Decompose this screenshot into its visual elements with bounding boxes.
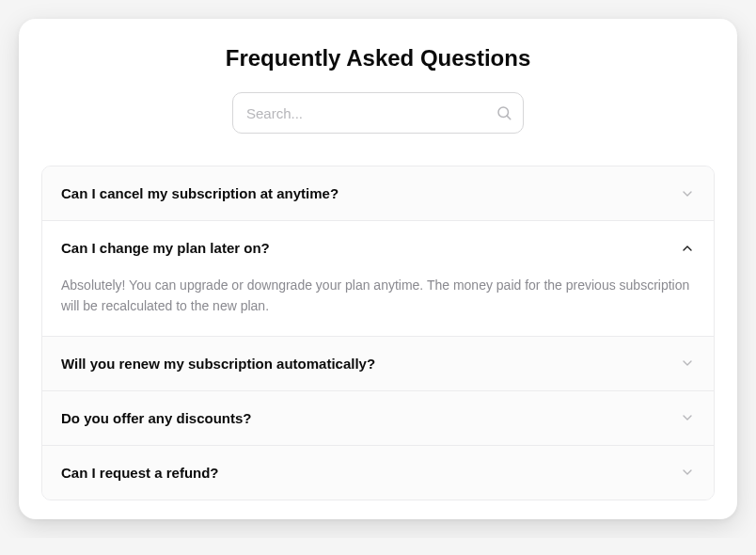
svg-line-1	[507, 116, 511, 119]
faq-item: Do you offer any discounts?	[42, 391, 714, 446]
faq-question: Do you offer any discounts?	[61, 410, 252, 426]
chevron-down-icon	[680, 410, 695, 425]
faq-question: Can I cancel my subscription at anytime?	[61, 185, 339, 201]
faq-item: Can I request a refund?	[42, 446, 714, 500]
chevron-up-icon	[680, 241, 695, 256]
faq-item: Will you renew my subscription automatic…	[42, 337, 714, 391]
faq-question: Can I request a refund?	[61, 465, 219, 481]
faq-card: Frequently Asked Questions Can I cancel …	[19, 19, 737, 519]
faq-question: Will you renew my subscription automatic…	[61, 356, 375, 372]
faq-toggle[interactable]: Can I change my plan later on?	[42, 221, 714, 275]
faq-question: Can I change my plan later on?	[61, 240, 270, 256]
search-box	[232, 92, 524, 134]
faq-toggle[interactable]: Can I cancel my subscription at anytime?	[42, 166, 714, 220]
page-title: Frequently Asked Questions	[41, 45, 715, 71]
faq-list: Can I cancel my subscription at anytime?…	[41, 166, 715, 500]
search-container	[41, 92, 715, 134]
faq-item: Can I change my plan later on? Absolutel…	[42, 221, 714, 337]
chevron-down-icon	[680, 186, 695, 201]
faq-toggle[interactable]: Can I request a refund?	[42, 446, 714, 500]
search-icon	[496, 104, 512, 121]
chevron-down-icon	[680, 465, 695, 480]
faq-answer: Absolutely! You can upgrade or downgrade…	[42, 275, 714, 336]
faq-item: Can I cancel my subscription at anytime?	[42, 166, 714, 221]
chevron-down-icon	[680, 356, 695, 371]
faq-toggle[interactable]: Do you offer any discounts?	[42, 391, 714, 445]
faq-toggle[interactable]: Will you renew my subscription automatic…	[42, 337, 714, 390]
search-input[interactable]	[232, 92, 524, 134]
